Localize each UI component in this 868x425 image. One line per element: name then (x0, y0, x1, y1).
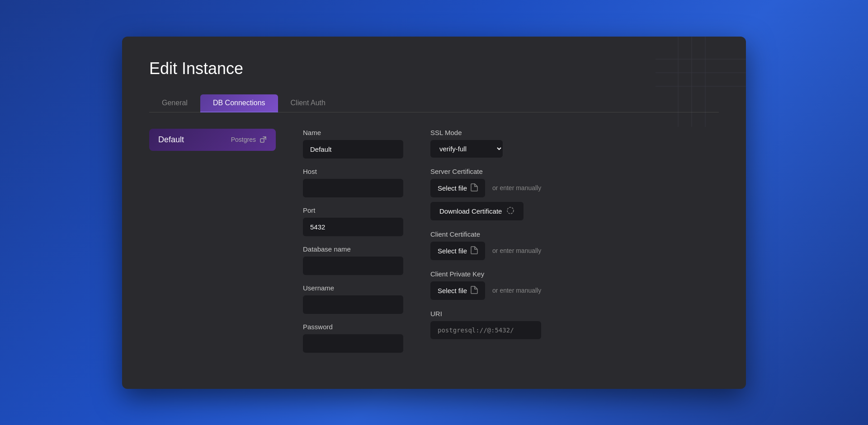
client-key-or-text: or enter manually (492, 287, 541, 294)
username-label: Username (303, 284, 403, 292)
client-cert-label: Client Certificate (430, 230, 541, 238)
password-label: Password (303, 323, 403, 331)
username-group: Username (303, 284, 403, 314)
svg-rect-6 (260, 139, 264, 142)
client-cert-select-file-label: Select file (438, 247, 467, 255)
download-cert-spinner-icon (506, 206, 514, 216)
server-cert-select-file-label: Select file (438, 184, 467, 192)
client-cert-file-icon (471, 246, 478, 256)
external-link-icon[interactable] (259, 136, 267, 143)
sidebar-item-right: Postgres (231, 136, 267, 143)
server-cert-or-text: or enter manually (492, 184, 541, 191)
port-label: Port (303, 206, 403, 214)
host-label: Host (303, 168, 403, 175)
name-label: Name (303, 129, 403, 136)
client-key-label: Client Private Key (430, 270, 541, 278)
client-cert-select-file-button[interactable]: Select file (430, 242, 485, 260)
dbname-label: Database name (303, 245, 403, 253)
ssl-col: SSL Mode verify-full disable allow prefe… (430, 129, 541, 362)
client-key-group: Client Private Key Select file or e (430, 270, 541, 300)
download-certificate-button[interactable]: Download Certificate (430, 202, 524, 220)
sidebar-item-label: Default (158, 135, 184, 145)
host-group: Host (303, 168, 403, 197)
port-group: Port (303, 206, 403, 236)
client-cert-or-text: or enter manually (492, 247, 541, 254)
port-input[interactable] (303, 218, 403, 236)
password-group: Password (303, 323, 403, 353)
client-key-file-icon (471, 286, 478, 295)
tab-client-auth[interactable]: Client Auth (278, 94, 338, 112)
tab-db-connections[interactable]: DB Connections (200, 94, 278, 112)
server-cert-row: Select file or enter manually (430, 179, 541, 197)
page-title: Edit Instance (149, 59, 719, 78)
form-left-col: Name Host Port Database name Username (303, 129, 403, 362)
server-cert-label: Server Certificate (430, 168, 541, 175)
password-input[interactable] (303, 334, 403, 353)
client-key-row: Select file or enter manually (430, 281, 541, 300)
server-cert-file-icon (471, 183, 478, 193)
ssl-mode-label: SSL Mode (430, 129, 541, 136)
download-cert-label: Download Certificate (439, 207, 502, 215)
client-key-select-file-button[interactable]: Select file (430, 281, 485, 300)
sidebar-item-type: Postgres (231, 136, 256, 143)
uri-group: URI (430, 310, 541, 339)
name-input[interactable] (303, 140, 403, 159)
sidebar: Default Postgres (149, 129, 276, 362)
form-columns: Name Host Port Database name Username (303, 129, 541, 362)
modal-container: Edit Instance General DB Connections Cli… (122, 37, 746, 389)
uri-label: URI (430, 310, 541, 318)
uri-input[interactable] (430, 321, 541, 339)
client-cert-row: Select file or enter manually (430, 242, 541, 260)
ssl-mode-group: SSL Mode verify-full disable allow prefe… (430, 129, 541, 158)
server-cert-group: Server Certificate Select file or e (430, 168, 541, 220)
content-area: Default Postgres Name (149, 129, 719, 362)
client-key-select-file-label: Select file (438, 287, 467, 294)
server-cert-select-file-button[interactable]: Select file (430, 179, 485, 197)
host-input[interactable] (303, 179, 403, 197)
client-cert-group: Client Certificate Select file or e (430, 230, 541, 260)
tab-general[interactable]: General (149, 94, 200, 112)
dbname-group: Database name (303, 245, 403, 275)
username-input[interactable] (303, 295, 403, 314)
dbname-input[interactable] (303, 257, 403, 275)
ssl-mode-select[interactable]: verify-full disable allow prefer require… (430, 140, 503, 158)
tabs-container: General DB Connections Client Auth (149, 94, 719, 112)
svg-point-7 (507, 207, 514, 214)
name-group: Name (303, 129, 403, 159)
sidebar-item-default[interactable]: Default Postgres (149, 129, 276, 151)
